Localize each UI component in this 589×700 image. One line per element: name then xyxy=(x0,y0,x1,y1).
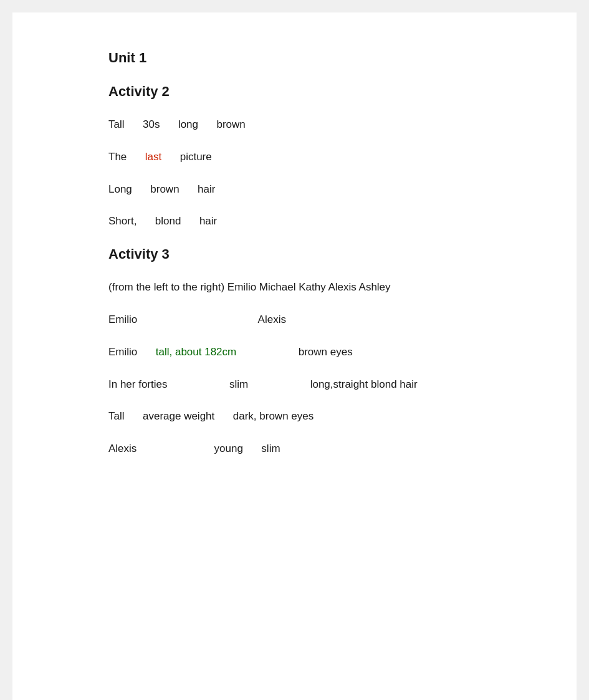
word-30s: 30s xyxy=(143,118,160,130)
word-tall: Tall xyxy=(108,118,125,130)
activity2-title: Activity 2 xyxy=(108,84,577,100)
word-slim2: slim xyxy=(261,443,280,454)
activity3-line5: Tall average weight dark, brown eyes xyxy=(108,409,577,424)
activity3-line3: Emilio tall, about 182cm brown eyes xyxy=(108,345,577,360)
word-slim: slim xyxy=(229,378,248,390)
activity3-block: Activity 3 (from the left to the right) … xyxy=(108,246,577,456)
activity3-line4: In her forties slim long,straight blond … xyxy=(108,377,577,392)
word-last: last xyxy=(145,151,161,163)
word-alexis2: Alexis xyxy=(108,443,136,454)
word-brown: brown xyxy=(216,118,245,130)
word-hair: hair xyxy=(198,183,215,195)
word-emilio2: Emilio xyxy=(108,346,137,358)
word-young: young xyxy=(214,443,243,454)
activity2-line4: Short, blond hair xyxy=(108,214,577,229)
word-emilio: Emilio xyxy=(108,314,137,325)
word-brown2: brown xyxy=(150,183,179,195)
word-alexis: Alexis xyxy=(258,314,286,325)
word-dark-brown-eyes: dark, brown eyes xyxy=(233,410,314,422)
word-tall2: Tall xyxy=(108,410,125,422)
activity3-title: Activity 3 xyxy=(108,246,577,262)
word-average-weight: average weight xyxy=(143,410,214,422)
word-blond: blond xyxy=(155,215,181,227)
unit-block: Unit 1 xyxy=(108,50,577,66)
word-long: long xyxy=(178,118,198,130)
word-in-her-forties: In her forties xyxy=(108,378,168,390)
activity2-line2: The last picture xyxy=(108,150,577,165)
word-long-brown-hair: Long xyxy=(108,183,132,195)
activity2-line3: Long brown hair xyxy=(108,182,577,197)
activity2-line1: Tall 30s long brown xyxy=(108,117,577,132)
activity3-line6: Alexis young slim xyxy=(108,441,577,456)
word-tall-182cm: tall, about 182cm xyxy=(156,346,236,358)
word-brown-eyes: brown eyes xyxy=(299,346,353,358)
from-the-left-text: (from the left to the right) Emilio Mich… xyxy=(108,281,391,293)
page: Unit 1 Activity 2 Tall 30s long brown Th… xyxy=(12,12,577,700)
word-short-blond-hair: Short, xyxy=(108,215,136,227)
word-hair2: hair xyxy=(199,215,217,227)
unit-title: Unit 1 xyxy=(108,50,577,66)
word-the: The xyxy=(108,151,127,163)
word-long-straight-blond: long,straight blond hair xyxy=(310,378,418,390)
activity3-line2: Emilio Alexis xyxy=(108,312,577,327)
activity3-line1: (from the left to the right) Emilio Mich… xyxy=(108,280,577,295)
activity2-block: Activity 2 Tall 30s long brown The last … xyxy=(108,84,577,229)
word-picture: picture xyxy=(180,151,212,163)
